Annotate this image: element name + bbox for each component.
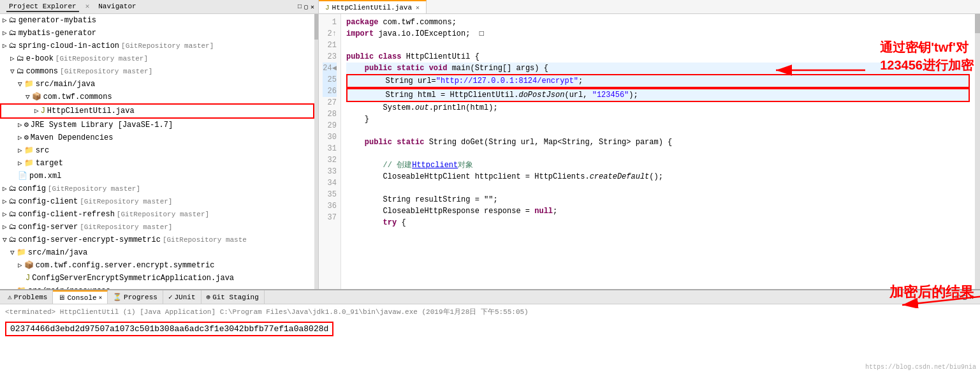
tree-label: src/main/java: [28, 247, 88, 258]
tree-item-config-client[interactable]: ▷ 🗂 config-client[GitRepository master]: [0, 195, 314, 208]
file-icon: 📄: [18, 170, 27, 182]
tree-label: src/main/java: [36, 78, 96, 90]
code-line-33: CloseableHttpClient httpclient = HttpCli…: [346, 171, 970, 182]
project-icon: 🗂: [9, 183, 17, 195]
tree-label: src: [36, 145, 50, 156]
project-icon: 🗂: [9, 209, 17, 220]
tree-item-target[interactable]: ▷ 📁 target: [0, 157, 314, 170]
tree-label: target: [36, 158, 63, 169]
tree-item-generator-mybatis[interactable]: ▷ 🗂 generator-mybatis: [0, 14, 314, 27]
code-line-32: // 创建Httpclient对象: [346, 160, 970, 171]
console-tab-close[interactable]: ✕: [99, 294, 102, 301]
sidebar-maximize-icon[interactable]: ▢: [304, 3, 308, 11]
tab-progress[interactable]: ⏳ Progress: [108, 290, 163, 304]
tree-item-com-twf-config[interactable]: ▷ 📦 com.twf.config.server.encrypt.symmet…: [0, 259, 314, 272]
tab-navigator[interactable]: Navigator: [96, 2, 138, 12]
bottom-panel: ⚠ Problems 🖥 Console ✕ ⏳ Progress ✓ JUni…: [0, 289, 980, 372]
tree-label: config-client-refresh[GitRepository mast…: [18, 209, 209, 220]
line-num: 31: [323, 143, 337, 154]
tab-label: HttpClientUtil.java: [332, 4, 412, 11]
tree-item-src2[interactable]: ▷ 📁 src: [0, 144, 314, 157]
console-icon: 🖥: [58, 294, 65, 302]
project-icon: 🗂: [9, 196, 17, 207]
maximize-panel-icon[interactable]: ▢: [963, 293, 967, 301]
minimize-panel-icon[interactable]: □: [956, 294, 960, 301]
line-num: 24◀: [323, 63, 337, 74]
line-num: 33: [323, 166, 337, 177]
line-num: 21: [323, 40, 337, 51]
result-container: 02374466d3ebd2d97507a1073c501b308aa6adc3…: [5, 319, 975, 336]
editor-tabs: J HttpClientUtil.java ✕: [319, 0, 980, 14]
folder-icon: 🗂: [17, 66, 24, 77]
tree-label: com.twf.config.server.encrypt.symmetric: [36, 260, 215, 271]
expand-icon: ▷: [18, 119, 22, 131]
code-line-27: System.out.println(html);: [346, 102, 970, 114]
expand-icon: ▷: [3, 183, 7, 195]
tree-item-maven[interactable]: ▷ ⚙ Maven Dependencies: [0, 131, 314, 144]
tree-label: config-server[GitRepository master]: [18, 221, 173, 233]
tab-separator: ✕: [85, 2, 90, 12]
project-icon: 🗂: [9, 221, 17, 233]
line-num: 25: [323, 74, 337, 86]
sidebar-minimize-icon[interactable]: □: [298, 3, 302, 11]
tree-label: spring-cloud-in-action[GitRepository mas…: [18, 40, 214, 52]
tree-item-config-server-encrypt[interactable]: ▽ 🗂 config-server-encrypt-symmetric[GitR…: [0, 234, 314, 246]
code-line-24: public static void main(String[] args) {: [346, 63, 970, 74]
git-staging-label: Git Staging: [212, 294, 259, 301]
editor-scrollbar-thumb[interactable]: [975, 14, 980, 33]
tree-item-config[interactable]: ▷ 🗂 config[GitRepository master]: [0, 182, 314, 195]
tree-item-e-book[interactable]: ▷ 🗂 e-book[GitRepository master]: [0, 52, 314, 65]
tab-console[interactable]: 🖥 Console ✕: [53, 290, 108, 304]
tree-item-src-main-java[interactable]: ▽ 📁 src/main/java: [0, 78, 314, 91]
code-line-21: [346, 40, 970, 51]
library-icon: ⚙: [24, 119, 29, 131]
tree-item-pom[interactable]: 📄 pom.xml: [0, 170, 314, 182]
bottom-panel-controls: □ ▢ ✕: [956, 293, 977, 301]
src-icon: 📁: [17, 247, 26, 258]
java-file-icon: J: [41, 105, 45, 117]
sidebar-scrollbar-thumb[interactable]: [314, 14, 318, 40]
tree-item-com-twf-commons[interactable]: ▽ 📦 com.twf.commons: [0, 91, 314, 103]
tab-git-staging[interactable]: ⊕ Git Staging: [201, 290, 265, 304]
tree-label: Maven Dependencies: [31, 132, 113, 144]
tree-item-configserverencrypt[interactable]: J ConfigServerEncryptSymmetricApplicatio…: [0, 272, 314, 285]
tree-item-httpclientutil[interactable]: ▷ J HttpClientUtil.java: [0, 103, 314, 119]
tree-item-mybatis-generator[interactable]: ▷ 🗂 mybatis-generator: [0, 27, 314, 40]
progress-icon: ⏳: [113, 293, 122, 301]
project-icon: 🗂: [9, 40, 17, 52]
editor-tab-httpclientutil[interactable]: J HttpClientUtil.java ✕: [319, 0, 427, 13]
sidebar-tabs: Project Explorer ✕ Navigator: [4, 2, 142, 12]
code-line-30: public static String doGet(String url, M…: [346, 137, 970, 148]
tab-junit[interactable]: ✓ JUnit: [163, 290, 201, 304]
tree-label: config-server-encrypt-symmetric[GitRepos…: [18, 234, 247, 246]
close-panel-icon[interactable]: ✕: [969, 293, 974, 301]
expand-icon-commons: ▽: [10, 66, 15, 77]
tree-item-spring-cloud[interactable]: ▷ 🗂 spring-cloud-in-action[GitRepository…: [0, 40, 314, 52]
code-line-29: [346, 125, 970, 137]
tree-label: pom.xml: [29, 170, 61, 182]
tree-item-config-client-refresh[interactable]: ▷ 🗂 config-client-refresh[GitRepository …: [0, 208, 314, 221]
line-num: 29: [323, 120, 337, 131]
tab-project-explorer[interactable]: Project Explorer: [6, 2, 79, 12]
expand-icon: ▷: [3, 209, 7, 220]
line-num: 36: [323, 200, 337, 212]
terminated-line: <terminated> HttpClientUtil (1) [Java Ap…: [5, 307, 975, 316]
tree-label: config[GitRepository master]: [18, 183, 140, 195]
tab-close-button[interactable]: ✕: [416, 4, 420, 11]
expand-icon: ▷: [10, 53, 15, 64]
tree-item-jre[interactable]: ▷ ⚙ JRE System Library [JavaSE-1.7]: [0, 119, 314, 131]
tree-item-src-main-java2[interactable]: ▽ 📁 src/main/java: [0, 246, 314, 259]
line-num: 37: [323, 212, 337, 223]
tree-item-commons[interactable]: ▽ 🗂 commons[GitRepository master]: [0, 65, 314, 78]
tree-item-config-server[interactable]: ▷ 🗂 config-server[GitRepository master]: [0, 221, 314, 234]
junit-icon: ✓: [168, 293, 173, 301]
console-label: Console: [67, 294, 96, 302]
code-line-36: CloseableHttpResponse response = null;: [346, 205, 970, 217]
line-num: 23: [323, 51, 337, 63]
project-icon: 🗂: [9, 27, 17, 39]
tab-problems[interactable]: ⚠ Problems: [3, 290, 53, 304]
line-num: 32: [323, 154, 337, 166]
line-num: 30: [323, 131, 337, 143]
code-line-37: try {: [346, 217, 970, 228]
sidebar-close-icon[interactable]: ✕: [311, 3, 314, 11]
